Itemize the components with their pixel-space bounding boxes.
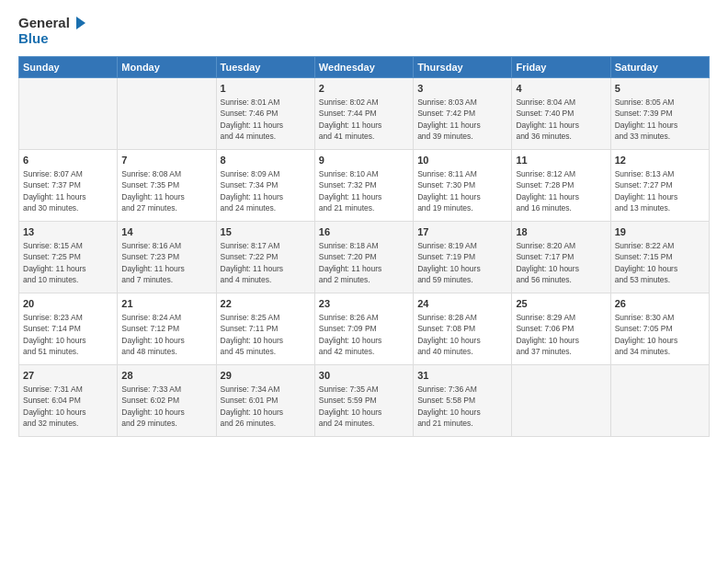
day-info: Sunrise: 8:30 AM Sunset: 7:05 PM Dayligh… bbox=[615, 312, 705, 357]
calendar-cell bbox=[610, 364, 709, 436]
calendar-cell: 10Sunrise: 8:11 AM Sunset: 7:30 PM Dayli… bbox=[414, 149, 512, 221]
day-number: 11 bbox=[516, 154, 606, 167]
day-info: Sunrise: 8:11 AM Sunset: 7:30 PM Dayligh… bbox=[417, 168, 507, 213]
day-info: Sunrise: 8:05 AM Sunset: 7:39 PM Dayligh… bbox=[615, 97, 705, 142]
day-info: Sunrise: 7:33 AM Sunset: 6:02 PM Dayligh… bbox=[121, 384, 211, 429]
logo-general: General bbox=[18, 16, 70, 31]
calendar-cell: 29Sunrise: 7:34 AM Sunset: 6:01 PM Dayli… bbox=[216, 364, 314, 436]
day-number: 29 bbox=[221, 369, 311, 383]
day-header-thursday: Thursday bbox=[414, 56, 512, 77]
day-number: 24 bbox=[417, 297, 507, 311]
calendar-cell: 22Sunrise: 8:25 AM Sunset: 7:11 PM Dayli… bbox=[216, 293, 314, 364]
day-info: Sunrise: 8:12 AM Sunset: 7:28 PM Dayligh… bbox=[516, 168, 606, 213]
calendar-header-row: SundayMondayTuesdayWednesdayThursdayFrid… bbox=[19, 56, 710, 77]
day-number: 28 bbox=[121, 369, 211, 383]
day-info: Sunrise: 8:18 AM Sunset: 7:20 PM Dayligh… bbox=[319, 240, 409, 285]
day-number: 10 bbox=[417, 154, 507, 167]
day-header-friday: Friday bbox=[512, 56, 610, 77]
calendar-week-row: 6Sunrise: 8:07 AM Sunset: 7:37 PM Daylig… bbox=[19, 149, 710, 221]
day-number: 22 bbox=[221, 297, 311, 311]
logo-wordmark: General Blue bbox=[18, 15, 89, 47]
day-info: Sunrise: 8:19 AM Sunset: 7:19 PM Dayligh… bbox=[417, 240, 507, 285]
day-number: 6 bbox=[23, 154, 113, 167]
calendar-cell: 13Sunrise: 8:15 AM Sunset: 7:25 PM Dayli… bbox=[19, 221, 118, 293]
calendar-cell: 17Sunrise: 8:19 AM Sunset: 7:19 PM Dayli… bbox=[414, 221, 512, 293]
day-number: 7 bbox=[121, 154, 211, 167]
calendar-cell: 20Sunrise: 8:23 AM Sunset: 7:14 PM Dayli… bbox=[19, 293, 118, 364]
day-info: Sunrise: 8:16 AM Sunset: 7:23 PM Dayligh… bbox=[121, 240, 211, 285]
day-number: 18 bbox=[516, 225, 606, 239]
calendar-cell: 14Sunrise: 8:16 AM Sunset: 7:23 PM Dayli… bbox=[118, 221, 216, 293]
day-number: 12 bbox=[615, 154, 705, 167]
calendar-week-row: 1Sunrise: 8:01 AM Sunset: 7:46 PM Daylig… bbox=[19, 77, 710, 149]
svg-marker-0 bbox=[76, 17, 85, 29]
day-info: Sunrise: 8:10 AM Sunset: 7:32 PM Dayligh… bbox=[319, 168, 409, 213]
day-info: Sunrise: 8:13 AM Sunset: 7:27 PM Dayligh… bbox=[615, 168, 705, 213]
day-info: Sunrise: 8:01 AM Sunset: 7:46 PM Dayligh… bbox=[221, 97, 311, 142]
calendar-cell bbox=[512, 364, 610, 436]
calendar-cell: 7Sunrise: 8:08 AM Sunset: 7:35 PM Daylig… bbox=[118, 149, 216, 221]
calendar-table: SundayMondayTuesdayWednesdayThursdayFrid… bbox=[18, 56, 710, 437]
calendar-cell: 15Sunrise: 8:17 AM Sunset: 7:22 PM Dayli… bbox=[216, 221, 314, 293]
day-info: Sunrise: 8:26 AM Sunset: 7:09 PM Dayligh… bbox=[319, 312, 409, 357]
day-number: 13 bbox=[23, 225, 113, 239]
calendar-cell bbox=[118, 77, 216, 149]
day-info: Sunrise: 8:02 AM Sunset: 7:44 PM Dayligh… bbox=[319, 97, 409, 142]
day-number: 3 bbox=[417, 82, 507, 96]
day-info: Sunrise: 8:04 AM Sunset: 7:40 PM Dayligh… bbox=[516, 97, 606, 142]
calendar-cell: 21Sunrise: 8:24 AM Sunset: 7:12 PM Dayli… bbox=[118, 293, 216, 364]
calendar-cell bbox=[19, 77, 118, 149]
day-header-sunday: Sunday bbox=[19, 56, 118, 77]
day-info: Sunrise: 8:07 AM Sunset: 7:37 PM Dayligh… bbox=[23, 168, 113, 213]
calendar-cell: 2Sunrise: 8:02 AM Sunset: 7:44 PM Daylig… bbox=[314, 77, 413, 149]
day-number: 27 bbox=[23, 369, 113, 383]
calendar-week-row: 13Sunrise: 8:15 AM Sunset: 7:25 PM Dayli… bbox=[19, 221, 710, 293]
day-number: 26 bbox=[615, 297, 705, 311]
calendar-cell: 25Sunrise: 8:29 AM Sunset: 7:06 PM Dayli… bbox=[512, 293, 610, 364]
day-number: 4 bbox=[516, 82, 606, 96]
header: General Blue bbox=[18, 15, 710, 47]
day-number: 20 bbox=[23, 297, 113, 311]
day-number: 8 bbox=[221, 154, 311, 167]
day-info: Sunrise: 8:20 AM Sunset: 7:17 PM Dayligh… bbox=[516, 240, 606, 285]
day-header-wednesday: Wednesday bbox=[314, 56, 413, 77]
calendar-week-row: 20Sunrise: 8:23 AM Sunset: 7:14 PM Dayli… bbox=[19, 293, 710, 364]
calendar-cell: 24Sunrise: 8:28 AM Sunset: 7:08 PM Dayli… bbox=[414, 293, 512, 364]
day-info: Sunrise: 8:22 AM Sunset: 7:15 PM Dayligh… bbox=[615, 240, 705, 285]
calendar-cell: 31Sunrise: 7:36 AM Sunset: 5:58 PM Dayli… bbox=[414, 364, 512, 436]
day-info: Sunrise: 8:28 AM Sunset: 7:08 PM Dayligh… bbox=[417, 312, 507, 357]
logo-blue: Blue bbox=[18, 31, 89, 47]
day-info: Sunrise: 8:23 AM Sunset: 7:14 PM Dayligh… bbox=[23, 312, 113, 357]
day-info: Sunrise: 8:25 AM Sunset: 7:11 PM Dayligh… bbox=[221, 312, 311, 357]
day-number: 25 bbox=[516, 297, 606, 311]
day-number: 5 bbox=[615, 82, 705, 96]
day-number: 30 bbox=[319, 369, 409, 383]
day-info: Sunrise: 8:09 AM Sunset: 7:34 PM Dayligh… bbox=[221, 168, 311, 213]
day-number: 15 bbox=[221, 225, 311, 239]
calendar-cell: 8Sunrise: 8:09 AM Sunset: 7:34 PM Daylig… bbox=[216, 149, 314, 221]
calendar-cell: 12Sunrise: 8:13 AM Sunset: 7:27 PM Dayli… bbox=[610, 149, 709, 221]
calendar-cell: 18Sunrise: 8:20 AM Sunset: 7:17 PM Dayli… bbox=[512, 221, 610, 293]
calendar-cell: 16Sunrise: 8:18 AM Sunset: 7:20 PM Dayli… bbox=[314, 221, 413, 293]
calendar-cell: 28Sunrise: 7:33 AM Sunset: 6:02 PM Dayli… bbox=[118, 364, 216, 436]
day-number: 23 bbox=[319, 297, 409, 311]
calendar-cell: 30Sunrise: 7:35 AM Sunset: 5:59 PM Dayli… bbox=[314, 364, 413, 436]
day-info: Sunrise: 8:15 AM Sunset: 7:25 PM Dayligh… bbox=[23, 240, 113, 285]
day-info: Sunrise: 8:08 AM Sunset: 7:35 PM Dayligh… bbox=[121, 168, 211, 213]
day-info: Sunrise: 7:34 AM Sunset: 6:01 PM Dayligh… bbox=[221, 384, 311, 429]
calendar-cell: 23Sunrise: 8:26 AM Sunset: 7:09 PM Dayli… bbox=[314, 293, 413, 364]
day-number: 19 bbox=[615, 225, 705, 239]
calendar-cell: 6Sunrise: 8:07 AM Sunset: 7:37 PM Daylig… bbox=[19, 149, 118, 221]
calendar-cell: 27Sunrise: 7:31 AM Sunset: 6:04 PM Dayli… bbox=[19, 364, 118, 436]
day-number: 31 bbox=[417, 369, 507, 383]
day-number: 2 bbox=[319, 82, 409, 96]
calendar-cell: 1Sunrise: 8:01 AM Sunset: 7:46 PM Daylig… bbox=[216, 77, 314, 149]
calendar-cell: 3Sunrise: 8:03 AM Sunset: 7:42 PM Daylig… bbox=[414, 77, 512, 149]
calendar-cell: 5Sunrise: 8:05 AM Sunset: 7:39 PM Daylig… bbox=[610, 77, 709, 149]
day-number: 17 bbox=[417, 225, 507, 239]
calendar-cell: 4Sunrise: 8:04 AM Sunset: 7:40 PM Daylig… bbox=[512, 77, 610, 149]
day-number: 16 bbox=[319, 225, 409, 239]
day-info: Sunrise: 8:29 AM Sunset: 7:06 PM Dayligh… bbox=[516, 312, 606, 357]
day-number: 1 bbox=[221, 82, 311, 96]
day-header-tuesday: Tuesday bbox=[216, 56, 314, 77]
